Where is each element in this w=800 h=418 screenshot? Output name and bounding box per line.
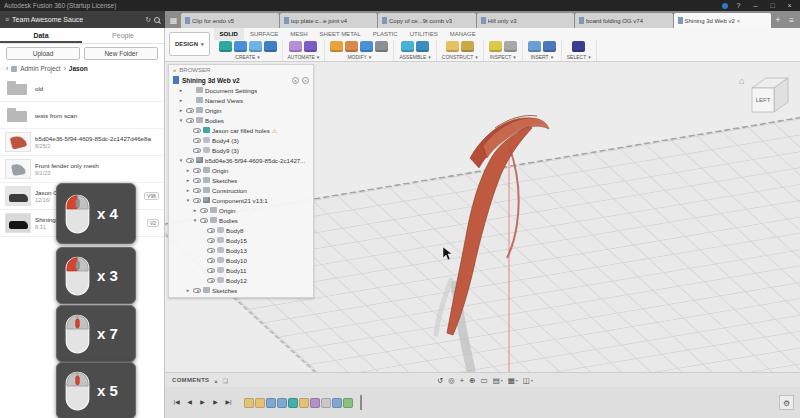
expander-icon[interactable]: ▸ <box>178 107 184 113</box>
upload-button[interactable]: Upload <box>6 47 80 60</box>
feature-icon-7[interactable] <box>310 398 320 408</box>
automate-icon[interactable] <box>289 41 302 52</box>
measure-icon[interactable] <box>489 41 502 52</box>
group-label[interactable]: CONSTRUCT ▾ <box>442 54 478 60</box>
press-pull-icon[interactable] <box>330 41 343 52</box>
visibility-eye-icon[interactable] <box>207 248 215 253</box>
axis-icon[interactable] <box>461 41 474 52</box>
breadcrumb-root[interactable]: Admin Project <box>20 65 60 72</box>
feature-icon-10[interactable] <box>343 398 353 408</box>
grid-settings-icon[interactable]: ▦ ▾ <box>508 376 518 385</box>
workspace-selector[interactable]: DESIGN ▾ <box>169 32 210 56</box>
back-chevron-icon[interactable]: ‹ <box>6 65 8 72</box>
viewports-icon[interactable]: ◫ ▾ <box>523 376 533 385</box>
expander-icon[interactable]: ▸ <box>185 167 191 173</box>
file-list-item[interactable]: old <box>0 75 164 102</box>
browser-tree-item[interactable]: ▾ Component21 v13:1 ⚠ <box>169 195 313 205</box>
file-list-item[interactable]: tests from scan <box>0 102 164 129</box>
visibility-eye-icon[interactable] <box>193 198 201 203</box>
shell-icon[interactable] <box>360 41 373 52</box>
combine-icon[interactable] <box>375 41 388 52</box>
data-panel-tab[interactable]: Data <box>0 28 82 43</box>
maximize-button[interactable]: □ <box>766 0 779 11</box>
expander-icon[interactable]: ▸ <box>185 187 191 193</box>
group-label[interactable]: AUTOMATE ▾ <box>288 54 320 60</box>
expander-icon[interactable]: ▾ <box>185 197 191 203</box>
document-tab[interactable]: Clip for endo v5 × <box>181 13 279 28</box>
browser-tree-item[interactable]: ▸ Named Views ⚠ <box>169 95 313 105</box>
ribbon-tab[interactable]: MESH <box>284 28 313 40</box>
visibility-eye-icon[interactable] <box>193 128 201 133</box>
pan-icon[interactable]: + ▾ <box>460 376 464 385</box>
visibility-eye-icon[interactable] <box>200 208 208 213</box>
expander-icon[interactable]: ▸ <box>185 287 191 293</box>
feature-icon-1[interactable] <box>244 398 254 408</box>
scripts-icon[interactable] <box>304 41 317 52</box>
create-form-icon[interactable] <box>219 41 232 52</box>
document-tab[interactable]: Shining 3d Web v2 × <box>674 13 772 28</box>
expander-icon[interactable]: ▸ <box>192 207 198 213</box>
decal-icon[interactable] <box>543 41 556 52</box>
browser-root-item[interactable]: Shining 3d Web v2 ● × <box>169 75 313 85</box>
joint-icon[interactable] <box>416 41 429 52</box>
browser-tree-item[interactable]: ▾ Bodies ⚠ <box>169 215 313 225</box>
search-icon[interactable] <box>154 17 160 23</box>
file-list-item[interactable]: b5d04e36-5f94-4609-85dc-2c1427d46e8a 8/2… <box>0 129 164 156</box>
browser-tree-item[interactable]: ▾ Bodies ⚠ <box>169 115 313 125</box>
version-badge[interactable]: V2 <box>147 219 159 227</box>
zoom-icon[interactable]: ⊕ ▾ <box>469 376 475 385</box>
timeline-position-marker[interactable] <box>360 395 362 410</box>
browser-tree-item[interactable]: Body4 (3) ⚠ <box>169 135 313 145</box>
browser-tree-item[interactable]: Body10 ⚠ <box>169 255 313 265</box>
ribbon-tab[interactable]: PLASTIC <box>367 28 404 40</box>
browser-tree-item[interactable]: ▸ Sketches ⚠ <box>169 285 313 295</box>
insert-mesh-icon[interactable] <box>528 41 541 52</box>
visibility-eye-icon[interactable] <box>193 288 201 293</box>
browser-tree-item[interactable]: ▸ Construction ⚠ <box>169 185 313 195</box>
user-avatar[interactable] <box>722 3 728 9</box>
revolve-icon[interactable] <box>249 41 262 52</box>
comments-label[interactable]: COMMENTS <box>172 377 209 383</box>
ribbon-tab[interactable]: SHEET METAL <box>314 28 367 40</box>
visibility-eye-icon[interactable] <box>207 258 215 263</box>
feature-icon-9[interactable] <box>332 398 342 408</box>
team-name[interactable]: Team Awesome Sauce <box>12 16 83 23</box>
browser-tree-item[interactable]: Body13 ⚠ <box>169 245 313 255</box>
ribbon-tab[interactable]: MANAGE <box>444 28 482 40</box>
visibility-eye-icon[interactable] <box>193 178 201 183</box>
expander-icon[interactable]: ▾ <box>192 217 198 223</box>
orbit-icon[interactable]: ↺ ▾ <box>437 376 443 385</box>
close-tab-icon[interactable]: × <box>737 18 741 24</box>
document-tab[interactable]: Hill only v3 × <box>477 13 575 28</box>
browser-tree-item[interactable]: Body11 ⚠ <box>169 265 313 275</box>
group-label[interactable]: MODIFY ▾ <box>347 54 371 60</box>
browser-tree-item[interactable]: ▾ b5d04e36-5f94-4609-85dc-2c1427... ⚠ <box>169 155 313 165</box>
help-icon[interactable]: ? <box>732 0 745 11</box>
visibility-eye-icon[interactable] <box>186 158 194 163</box>
speech-bubble-icon[interactable]: ❏ <box>222 377 227 384</box>
activate-radio-icon[interactable]: ● <box>292 77 299 84</box>
select-icon[interactable] <box>572 41 585 52</box>
feature-icon-4[interactable] <box>277 398 287 408</box>
file-list-item[interactable]: Front fender only mesh 9/1/23 <box>0 156 164 183</box>
chevron-up-icon[interactable]: ▴ <box>214 377 217 384</box>
feature-icon-8[interactable] <box>321 398 331 408</box>
visibility-eye-icon[interactable] <box>193 138 201 143</box>
version-badge[interactable]: V96 <box>144 192 159 200</box>
go-to-end-button[interactable]: ▶| <box>223 397 234 408</box>
ribbon-tab[interactable]: UTILITIES <box>404 28 444 40</box>
browser-tree-item[interactable]: Body15 ⚠ <box>169 235 313 245</box>
document-tab[interactable]: top plate c...e joint v4 × <box>280 13 378 28</box>
fit-icon[interactable]: ▭ ▾ <box>481 376 488 385</box>
browser-tree-item[interactable]: Body8 ⚠ <box>169 225 313 235</box>
expander-icon[interactable]: ▾ <box>178 157 184 163</box>
data-panel-tab[interactable]: People <box>82 28 164 43</box>
group-label[interactable]: SELECT ▾ <box>567 54 591 60</box>
visibility-eye-icon[interactable] <box>186 108 194 113</box>
minimize-button[interactable]: – <box>749 0 762 11</box>
expander-icon[interactable]: ▸ <box>178 87 184 93</box>
sweep-icon[interactable] <box>264 41 277 52</box>
browser-tree-item[interactable]: ▸ Origin ⚠ <box>169 205 313 215</box>
browser-tree-item[interactable]: ▸ Origin ⚠ <box>169 105 313 115</box>
browser-tree-item[interactable]: Jason car filled holes ⚠ <box>169 125 313 135</box>
